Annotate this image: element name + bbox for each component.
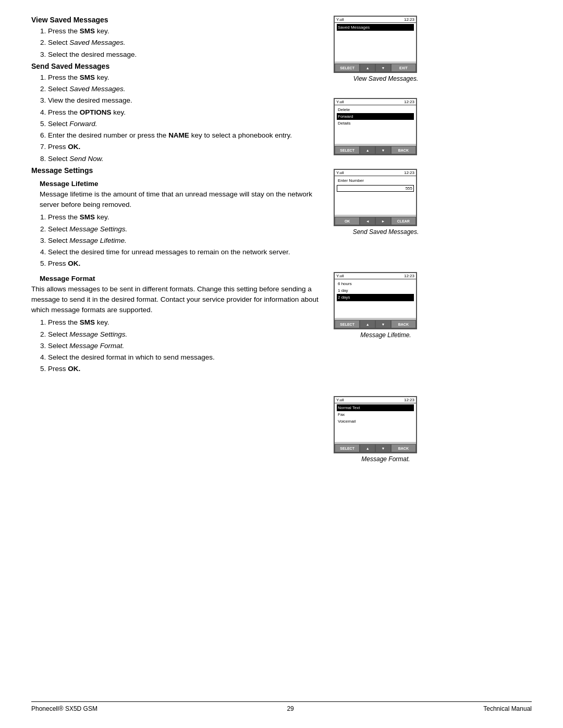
time-3: 12:23 xyxy=(404,170,414,175)
screen-item: 6 hours xyxy=(337,280,414,287)
softkey-down[interactable]: ▼ xyxy=(375,444,391,452)
softkey-down[interactable]: ▼ xyxy=(375,64,391,72)
softkey-up[interactable]: ▲ xyxy=(360,64,375,72)
signal-4: Y.ull xyxy=(336,274,344,278)
softkey-exit[interactable]: EXIT xyxy=(391,64,416,72)
screen-item: Saved Messages xyxy=(337,24,414,31)
time-1: 12:23 xyxy=(404,17,414,22)
list-item: Press OK. xyxy=(48,142,323,152)
message-settings-section: Message Settings Message Lifetime Messag… xyxy=(31,166,323,375)
softkey-back[interactable]: BACK xyxy=(391,444,416,452)
status-bar-4: Y.ull 12:23 xyxy=(335,273,416,279)
screen-item: Normal Text xyxy=(337,404,414,411)
signal-1: Y.ull xyxy=(336,17,344,22)
number-display: 555 xyxy=(337,185,414,192)
list-item: Select the desired format in which to se… xyxy=(48,352,323,363)
softkey-select[interactable]: SELECT xyxy=(335,64,360,72)
message-lifetime-screen: Y.ull 12:23 6 hours 1 day 2 days SELECT … xyxy=(334,272,417,329)
softkey-up[interactable]: ▲ xyxy=(360,146,375,154)
softkey-back[interactable]: BACK xyxy=(391,146,416,154)
softkey-up[interactable]: ▲ xyxy=(360,320,375,328)
softkey-right[interactable]: ► xyxy=(375,217,391,225)
time-2: 12:23 xyxy=(404,100,414,104)
screen-body-4: 6 hours 1 day 2 days xyxy=(335,279,416,318)
send-saved-steps: Press the SMS key. Select Saved Messages… xyxy=(48,72,323,164)
screen-item: Voicemail xyxy=(337,418,414,425)
message-settings-title: Message Settings xyxy=(31,166,323,175)
softkey-select[interactable]: SELECT xyxy=(335,444,360,452)
options-screen: Y.ull 12:23 Delete Forward Details SELEC… xyxy=(334,98,417,155)
softkey-down[interactable]: ▼ xyxy=(375,320,391,328)
list-item: Select Message Format. xyxy=(48,341,323,351)
left-column: View Saved Messages Press the SMS key. S… xyxy=(31,16,323,473)
screen-body-3: Enter Number 555 xyxy=(335,176,416,215)
message-format-body: This allows messages to be sent in diffe… xyxy=(31,284,323,316)
list-item: Select Message Settings. xyxy=(48,329,323,340)
softkey-select[interactable]: SELECT xyxy=(335,146,360,154)
list-item: Select the desired time for unread messa… xyxy=(48,247,323,257)
message-lifetime-steps: Press the SMS key. Select Message Settin… xyxy=(48,212,323,269)
list-item: Select the desired message. xyxy=(48,50,323,60)
message-lifetime-body: Message lifetime is the amount of time t… xyxy=(31,189,323,211)
softkey-select[interactable]: SELECT xyxy=(335,320,360,328)
message-format-title: Message Format xyxy=(31,275,323,282)
footer-left: Phonecell® SX5D GSM xyxy=(31,705,97,712)
view-saved-section: View Saved Messages Press the SMS key. S… xyxy=(31,16,323,60)
send-saved-caption: Send Saved Messages. xyxy=(334,228,438,236)
message-format-steps: Press the SMS key. Select Message Settin… xyxy=(48,317,323,374)
view-saved-screen: Y.ull 12:23 Saved Messages SELECT ▲ ▼ EX… xyxy=(334,16,417,73)
list-item: Press OK. xyxy=(48,258,323,269)
status-bar-1: Y.ull 12:23 xyxy=(335,17,416,23)
softkey-clear[interactable]: CLEAR xyxy=(391,217,416,225)
signal-2: Y.ull xyxy=(336,100,344,104)
list-item: Select Send Now. xyxy=(48,154,323,164)
screen-item: Forward xyxy=(337,113,414,120)
send-saved-section: Send Saved Messages Press the SMS key. S… xyxy=(31,62,323,164)
status-bar-5: Y.ull 12:23 xyxy=(335,397,416,403)
softkey-bar-3: OK ◄ ► CLEAR xyxy=(335,217,416,225)
view-saved-screen-wrapper: Y.ull 12:23 Saved Messages SELECT ▲ ▼ EX… xyxy=(334,16,438,87)
list-item: View the desired message. xyxy=(48,95,323,106)
list-item: Press the OPTIONS key. xyxy=(48,107,323,118)
right-column: Y.ull 12:23 Saved Messages SELECT ▲ ▼ EX… xyxy=(334,16,438,473)
view-saved-title: View Saved Messages xyxy=(31,16,323,24)
view-saved-caption: View Saved Messages. xyxy=(334,75,438,82)
softkey-bar-5: SELECT ▲ ▼ BACK xyxy=(335,444,416,452)
list-item: Select Saved Messages. xyxy=(48,38,323,48)
softkey-bar-2: SELECT ▲ ▼ BACK xyxy=(335,146,416,154)
screen-body-5: Normal Text Fax Voicemail xyxy=(335,403,416,442)
screen-body-2: Delete Forward Details xyxy=(335,105,416,144)
screen-item: Fax xyxy=(337,411,414,418)
list-item: Select Forward. xyxy=(48,119,323,129)
send-saved-title: Send Saved Messages xyxy=(31,62,323,70)
message-format-subsection: Message Format This allows messages to b… xyxy=(31,275,323,375)
list-item: Select Saved Messages. xyxy=(48,84,323,94)
signal-5: Y.ull xyxy=(336,398,344,402)
list-item: Enter the desired number or press the NA… xyxy=(48,130,323,141)
list-item: Select Message Lifetime. xyxy=(48,236,323,246)
list-item: Press the SMS key. xyxy=(48,317,323,328)
list-item: Press the SMS key. xyxy=(48,26,323,36)
list-item: Press the SMS key. xyxy=(48,72,323,83)
softkey-up[interactable]: ▲ xyxy=(360,444,375,452)
view-saved-steps: Press the SMS key. Select Saved Messages… xyxy=(48,26,323,60)
status-bar-2: Y.ull 12:23 xyxy=(335,99,416,105)
message-lifetime-title: Message Lifetime xyxy=(31,180,323,188)
screen-item xyxy=(337,31,414,38)
signal-3: Y.ull xyxy=(336,170,344,175)
softkey-left[interactable]: ◄ xyxy=(360,217,375,225)
time-5: 12:23 xyxy=(404,398,414,402)
softkey-ok[interactable]: OK xyxy=(335,217,360,225)
message-format-screen-wrapper: Y.ull 12:23 Normal Text Fax Voicemail SE… xyxy=(334,396,438,467)
message-lifetime-subsection: Message Lifetime Message lifetime is the… xyxy=(31,180,323,269)
footer-right: Technical Manual xyxy=(483,705,532,712)
softkey-back[interactable]: BACK xyxy=(391,320,416,328)
list-item: Press OK. xyxy=(48,364,323,374)
time-4: 12:23 xyxy=(404,274,414,278)
page-number: 29 xyxy=(287,705,293,712)
softkey-bar-1: SELECT ▲ ▼ EXIT xyxy=(335,64,416,72)
screen-item-label: Enter Number xyxy=(337,177,414,184)
list-item: Select Message Settings. xyxy=(48,224,323,235)
screen-item: 1 day xyxy=(337,287,414,294)
softkey-down[interactable]: ▼ xyxy=(375,146,391,154)
